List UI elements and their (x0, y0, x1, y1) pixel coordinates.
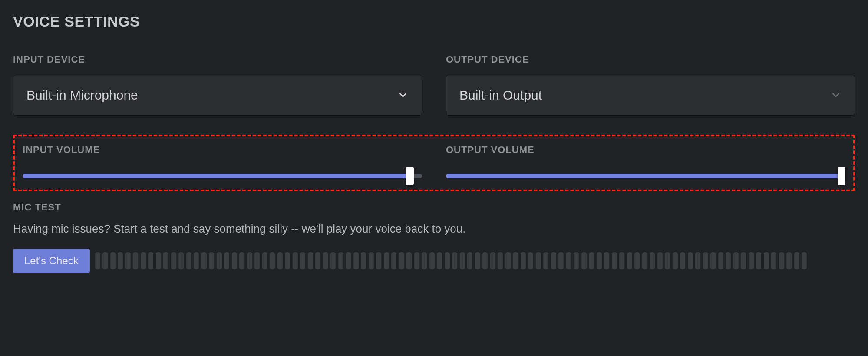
meter-bar (125, 252, 131, 269)
meter-bar (718, 252, 723, 269)
meter-bar (467, 252, 472, 269)
meter-bar (741, 252, 746, 269)
meter-bar (148, 252, 153, 269)
meter-bar (293, 252, 298, 269)
meter-bar (558, 252, 564, 269)
meter-bar (110, 252, 116, 269)
meter-bar (308, 252, 313, 269)
output-device-label: OUTPUT DEVICE (446, 54, 855, 65)
meter-bar (391, 252, 396, 269)
input-device-label: INPUT DEVICE (13, 54, 422, 65)
input-device-select[interactable]: Built-in Microphone (13, 75, 422, 116)
meter-bar (315, 252, 320, 269)
meter-bar (118, 252, 123, 269)
meter-bar (300, 252, 305, 269)
meter-bar (627, 252, 632, 269)
mic-test-description: Having mic issues? Start a test and say … (13, 222, 855, 236)
output-volume-thumb[interactable] (838, 167, 845, 185)
meter-bar (634, 252, 640, 269)
meter-bar (528, 252, 533, 269)
meter-bar (794, 252, 799, 269)
input-volume-slider[interactable] (23, 174, 422, 178)
meter-bar (642, 252, 647, 269)
meter-bar (141, 252, 146, 269)
meter-bar (201, 252, 207, 269)
meter-bar (786, 252, 792, 269)
meter-bar (619, 252, 624, 269)
meter-bar (376, 252, 381, 269)
meter-bar (749, 252, 754, 269)
meter-bar (604, 252, 609, 269)
meter-bar (285, 252, 290, 269)
input-volume-fill (23, 174, 410, 178)
meter-bar (703, 252, 708, 269)
meter-bar (445, 252, 450, 269)
meter-bar (163, 252, 168, 269)
meter-bar (156, 252, 161, 269)
meter-bar (756, 252, 761, 269)
output-device-select[interactable]: Built-in Output (446, 75, 855, 116)
meter-bar (543, 252, 548, 269)
meter-bar (262, 252, 267, 269)
input-volume-thumb[interactable] (406, 167, 414, 185)
meter-bar (217, 252, 222, 269)
meter-bar (726, 252, 731, 269)
meter-bar (224, 252, 229, 269)
meter-bar (133, 252, 138, 269)
meter-bar (209, 252, 214, 269)
chevron-down-icon (397, 90, 409, 101)
output-volume-label: OUTPUT VOLUME (446, 144, 845, 156)
meter-bar (498, 252, 503, 269)
volume-highlight-box: INPUT VOLUME OUTPUT VOLUME (13, 135, 855, 191)
output-volume-slider[interactable] (446, 174, 845, 178)
meter-bar (657, 252, 663, 269)
mic-test-button[interactable]: Let's Check (13, 249, 90, 273)
chevron-down-icon (830, 90, 842, 101)
meter-bar (688, 252, 693, 269)
meter-bar (171, 252, 176, 269)
meter-bar (330, 252, 336, 269)
meter-bar (452, 252, 457, 269)
meter-bar (589, 252, 594, 269)
meter-bar (551, 252, 556, 269)
meter-bar (384, 252, 389, 269)
output-device-selected: Built-in Output (459, 88, 542, 103)
meter-bar (361, 252, 366, 269)
meter-bar (414, 252, 419, 269)
meter-bar (505, 252, 511, 269)
output-volume-fill (446, 174, 842, 178)
voice-settings-title: VOICE SETTINGS (13, 13, 855, 30)
meter-bar (710, 252, 716, 269)
input-device-selected: Built-in Microphone (26, 88, 138, 103)
meter-bar (338, 252, 343, 269)
meter-bar (460, 252, 465, 269)
meter-bar (764, 252, 769, 269)
input-volume-label: INPUT VOLUME (23, 144, 422, 156)
meter-bar (186, 252, 191, 269)
meter-bar (353, 252, 359, 269)
meter-bar (574, 252, 579, 269)
meter-bar (247, 252, 252, 269)
meter-bar (369, 252, 374, 269)
meter-bar (680, 252, 685, 269)
meter-bar (232, 252, 237, 269)
meter-bar (323, 252, 328, 269)
meter-bar (95, 252, 100, 269)
meter-bar (802, 252, 807, 269)
meter-bar (733, 252, 739, 269)
meter-bar (194, 252, 199, 269)
mic-level-meter (95, 249, 855, 273)
meter-bar (490, 252, 495, 269)
meter-bar (422, 252, 427, 269)
meter-bar (475, 252, 480, 269)
meter-bar (665, 252, 670, 269)
meter-bar (673, 252, 678, 269)
meter-bar (566, 252, 571, 269)
meter-bar (270, 252, 275, 269)
meter-bar (437, 252, 442, 269)
meter-bar (429, 252, 435, 269)
meter-bar (399, 252, 404, 269)
meter-bar (239, 252, 244, 269)
meter-bar (482, 252, 488, 269)
meter-bar (406, 252, 412, 269)
